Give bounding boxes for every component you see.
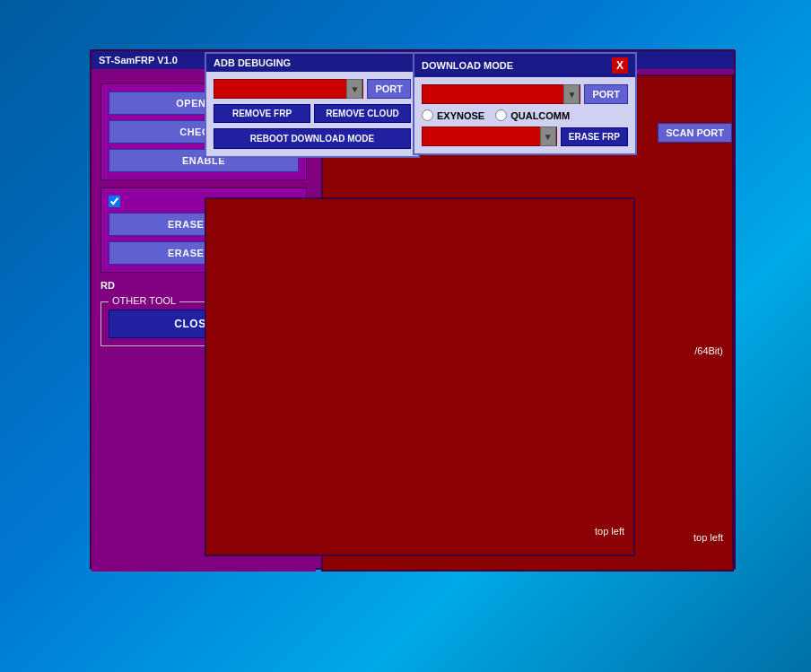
adb-remove-row: REMOVE FRP REMOVE CLOUD [214,104,411,123]
checkbox-item[interactable] [109,196,120,207]
erase-frp-button[interactable]: ERASE FRP [561,127,628,146]
download-mode-dialog: DOWNLOAD MODE X ▼ PORT EXYNOSE QU [413,52,637,155]
close-dialog-button[interactable]: X [612,57,628,74]
bottom-info-text: top left [595,526,624,537]
adb-dialog-title: ADB DEBUGING [214,57,291,68]
adb-port-combo-display: ▼ [214,79,363,99]
qualcomm-label: QUALCOMM [510,110,570,121]
download-port-row: ▼ PORT [422,84,628,104]
erase-combo-display: ▼ [422,127,557,146]
adb-dialog-titlebar: ADB DEBUGING [206,54,418,72]
qualcomm-radio[interactable] [495,109,507,121]
scan-port-button[interactable]: SCAN PORT [658,123,732,143]
adb-combo-arrow[interactable]: ▼ [346,79,362,99]
reboot-download-button[interactable]: REBOOT DOWNLOAD MODE [214,128,411,149]
download-dialog-title: DOWNLOAD MODE [422,60,513,71]
exynose-radio-label[interactable]: EXYNOSE [422,109,484,121]
remove-frp-button[interactable]: REMOVE FRP [214,104,310,123]
adb-port-button[interactable]: PORT [367,79,411,99]
qualcomm-radio-label[interactable]: QUALCOMM [495,109,570,121]
radio-group: EXYNOSE QUALCOMM [422,109,628,121]
adb-port-row: ▼ PORT [214,79,411,99]
download-dialog-body: ▼ PORT EXYNOSE QUALCOMM ▼ [414,77,635,153]
main-window-title: ST-SamFRP V1.0 [99,55,178,65]
version-text: /64Bit) [694,345,723,356]
download-port-button[interactable]: PORT [584,84,628,104]
remove-cloud-button[interactable]: REMOVE CLOUD [314,104,411,123]
download-dialog-titlebar: DOWNLOAD MODE X [414,54,635,77]
adb-dialog-body: ▼ PORT REMOVE FRP REMOVE CLOUD REBOOT DO… [206,72,418,156]
exynose-label: EXYNOSE [437,110,484,121]
download-port-combo-display: ▼ [422,84,580,104]
desktop: ST-SamFRP V1.0 OPEN USB CHECK D ENABLE E… [0,0,811,672]
combined-red-area: top left [205,197,635,556]
adb-debug-dialog: ADB DEBUGING ▼ PORT REMOVE FRP REMOVE CL… [205,52,420,158]
exynose-radio[interactable] [422,109,433,121]
download-combo-arrow[interactable]: ▼ [563,84,580,104]
info-text: top left [693,532,723,543]
erase-combo-arrow[interactable]: ▼ [540,127,556,146]
other-tool-label: OTHER TOOL [109,295,179,306]
erase-frp-row: ▼ ERASE FRP [422,127,628,146]
